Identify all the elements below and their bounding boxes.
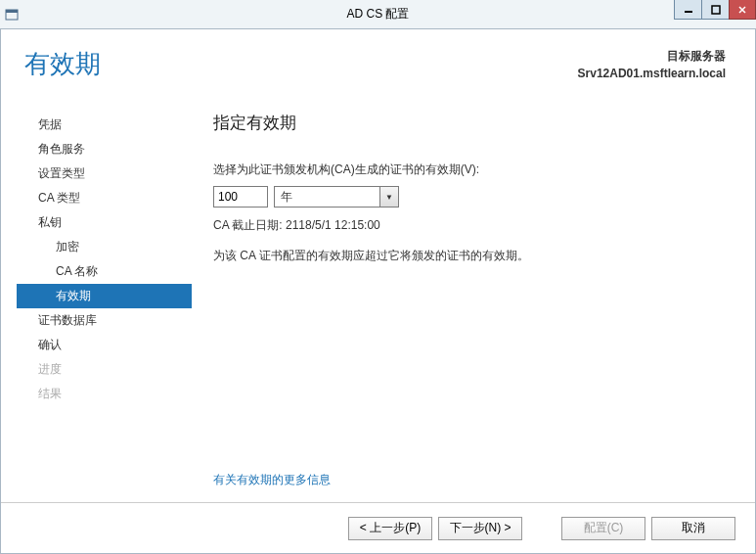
sidebar-item-2[interactable]: 设置类型	[24, 162, 192, 186]
main-panel: 指定有效期 选择为此证书颁发机构(CA)生成的证书的有效期(V): 年 ▼ CA…	[192, 108, 755, 502]
svg-rect-1	[6, 10, 18, 13]
close-button[interactable]	[729, 0, 756, 20]
sidebar-item-9[interactable]: 确认	[24, 333, 192, 357]
svg-rect-3	[712, 6, 720, 14]
minimize-button[interactable]	[674, 0, 701, 20]
header: 有效期 目标服务器 Srv12AD01.msftlearn.local	[1, 29, 755, 108]
validity-choose-label: 选择为此证书颁发机构(CA)生成的证书的有效期(V):	[213, 162, 726, 178]
sidebar-item-1[interactable]: 角色服务	[24, 137, 192, 162]
footer: < 上一步(P) 下一步(N) > 配置(C) 取消	[1, 502, 755, 553]
expiration-line: CA 截止日期: 2118/5/1 12:15:00	[213, 217, 726, 234]
sidebar-item-10: 进度	[24, 357, 192, 382]
maximize-icon	[711, 5, 721, 15]
sidebar-item-5[interactable]: 加密	[24, 235, 192, 259]
sidebar-item-11: 结果	[24, 382, 192, 406]
sidebar-item-6[interactable]: CA 名称	[24, 259, 192, 284]
sidebar-item-8[interactable]: 证书数据库	[24, 308, 192, 333]
sidebar-item-4[interactable]: 私钥	[24, 210, 192, 235]
validity-value-input[interactable]	[213, 186, 268, 208]
sidebar-item-0[interactable]: 凭据	[24, 113, 192, 137]
configure-button[interactable]: 配置(C)	[561, 517, 645, 540]
maximize-button[interactable]	[701, 0, 729, 20]
note-line: 为该 CA 证书配置的有效期应超过它将颁发的证书的有效期。	[213, 248, 726, 264]
next-button[interactable]: 下一步(N) >	[438, 517, 522, 540]
sidebar-item-7[interactable]: 有效期	[17, 284, 192, 308]
window-title: AD CS 配置	[0, 6, 756, 23]
previous-button[interactable]: < 上一步(P)	[348, 517, 432, 540]
validity-unit-select[interactable]: 年 ▼	[274, 186, 399, 208]
sidebar: 凭据角色服务设置类型CA 类型私钥加密CA 名称有效期证书数据库确认进度结果	[1, 108, 192, 502]
sidebar-item-3[interactable]: CA 类型	[24, 186, 192, 210]
close-icon	[737, 5, 747, 15]
target-server-value: Srv12AD01.msftlearn.local	[578, 65, 726, 82]
titlebar: AD CS 配置	[0, 0, 756, 29]
cancel-button[interactable]: 取消	[651, 517, 735, 540]
page-title: 有效期	[24, 47, 101, 108]
target-server-label: 目标服务器	[578, 47, 726, 65]
app-icon	[0, 8, 23, 22]
validity-unit-text: 年	[275, 187, 380, 207]
main-heading: 指定有效期	[213, 112, 726, 134]
chevron-down-icon: ▼	[380, 187, 398, 207]
more-info-link[interactable]: 有关有效期的更多信息	[213, 472, 331, 488]
minimize-icon	[684, 5, 693, 15]
